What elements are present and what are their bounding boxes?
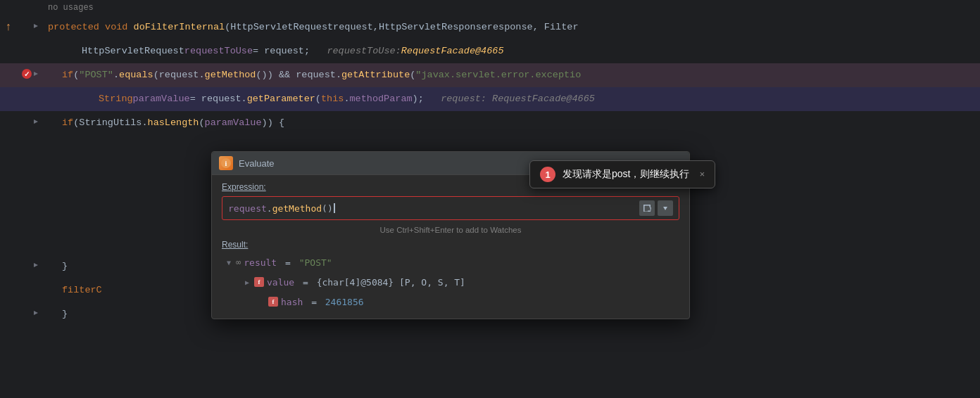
result-tree: ▼ ∞ result = "POST" ▶ f value = {char[4]…: [222, 252, 679, 312]
line-no-usages: no usages: [0, 0, 980, 15]
line-requesttouse: HttpServletRequest requestToUse = reques…: [0, 39, 980, 63]
gutter-9: [0, 302, 42, 326]
comment-requesttouse: requestToUse:: [327, 39, 401, 63]
infinity-icon: ∞: [236, 257, 241, 267]
cursor: [334, 203, 335, 213]
keyword-void: void: [105, 15, 127, 39]
svg-marker-6: [34, 311, 38, 315]
gutter-1: ↑: [0, 15, 42, 39]
dropdown-btn[interactable]: [658, 200, 673, 216]
gutter-3: ✓: [0, 63, 42, 87]
line-content-4: String paramValue = request. getParamete…: [42, 87, 980, 111]
fold-icon-7: [32, 262, 39, 271]
popup-body: Expression: request.getMethod() Use Ctrl…: [212, 175, 689, 319]
line-method-sig: ↑ protected void doFilterInternal ( Http…: [0, 15, 980, 39]
gutter: [0, 0, 42, 15]
svg-marker-3: [34, 72, 38, 76]
line-param-value: String paramValue = request. getParamete…: [0, 87, 980, 111]
field-icon-hash: f: [268, 297, 278, 307]
method-dofilterinternal: doFilterInternal: [134, 15, 225, 39]
gutter-2: [0, 39, 42, 63]
svg-text:i: i: [225, 160, 227, 167]
svg-marker-0: [34, 24, 38, 28]
fold-icon-9: [32, 309, 39, 319]
expand-btn[interactable]: [639, 200, 655, 216]
editor-area: no usages ↑ protected void doFilterInter…: [0, 0, 980, 398]
breakpoint-indicator: ✓: [21, 68, 32, 82]
keyword-protected: protected: [48, 15, 99, 39]
line-if-post: ✓ if ( "POST" . equals (request. getMeth…: [0, 63, 980, 87]
line-content-1: protected void doFilterInternal ( HttpSe…: [42, 15, 980, 39]
popup-title: Evaluate: [239, 158, 275, 169]
expr-icons: [639, 200, 673, 216]
arrow-up-icon: ↑: [1, 21, 15, 34]
expand-arrow-value[interactable]: ▶: [243, 278, 251, 286]
result-row-result[interactable]: ▼ ∞ result = "POST": [222, 252, 679, 272]
expression-code: request.getMethod(): [228, 203, 333, 214]
line-content: no usages: [42, 0, 980, 15]
fold-icon-5: [32, 118, 39, 128]
svg-text:✓: ✓: [24, 70, 30, 78]
expand-arrow-result[interactable]: ▼: [225, 259, 233, 267]
gutter-7: [0, 255, 42, 278]
tooltip-badge: 1: [540, 167, 555, 182]
field-icon-value: f: [254, 277, 264, 287]
comment-request: request: RequestFacade@4665: [441, 87, 595, 111]
svg-marker-5: [34, 263, 38, 267]
tooltip-bubble: 1 发现请求是post，则继续执行 ×: [529, 160, 715, 188]
no-usages-text: no usages: [48, 0, 94, 15]
fold-icon-3: [32, 70, 39, 80]
line-content-5: if (StringUtils. hasLength ( paramValue …: [42, 111, 980, 135]
tooltip-close-icon[interactable]: ×: [699, 169, 705, 180]
result-row-value[interactable]: ▶ f value = {char[4]@5084} [P, O, S, T]: [222, 272, 679, 292]
svg-marker-9: [663, 207, 667, 210]
fold-icon-1: [32, 23, 39, 32]
svg-marker-4: [34, 120, 38, 124]
hint-text: Use Ctrl+Shift+Enter to add to Watches: [222, 226, 679, 234]
result-row-hash[interactable]: ▶ f hash = 2461856: [222, 292, 679, 312]
evaluate-icon: i: [219, 156, 233, 170]
expression-input-wrap[interactable]: request.getMethod(): [222, 196, 679, 220]
tooltip-text: 发现请求是post，则继续执行: [563, 168, 689, 181]
result-label: Result:: [222, 240, 679, 250]
line-content-2: HttpServletRequest requestToUse = reques…: [42, 39, 980, 63]
gutter-5: [0, 111, 42, 135]
gutter-4: [0, 87, 42, 111]
line-if-stringutils: if (StringUtils. hasLength ( paramValue …: [0, 111, 980, 135]
line-content-3: if ( "POST" . equals (request. getMethod…: [42, 63, 980, 87]
gutter-8: [0, 278, 42, 302]
